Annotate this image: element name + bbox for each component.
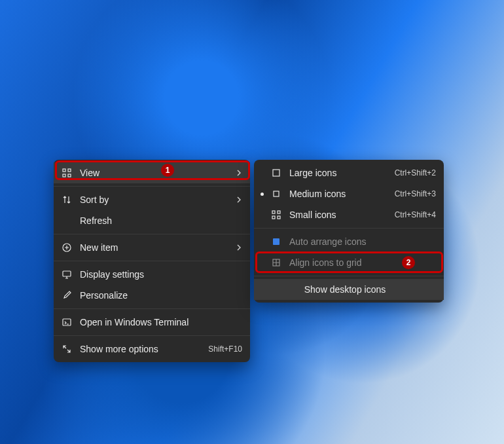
menu-item-label: Small icons — [289, 210, 389, 219]
svg-rect-11 — [272, 216, 275, 219]
chevron-right-icon — [236, 243, 242, 252]
brush-icon — [62, 290, 72, 301]
grid-icon — [62, 168, 72, 178]
menu-item-label: Auto arrange icons — [289, 237, 436, 246]
large-icons-icon — [271, 168, 281, 178]
menu-separator — [54, 234, 250, 234]
menu-item-refresh[interactable]: Refresh — [54, 210, 250, 231]
menu-item-label: Medium icons — [289, 189, 389, 198]
menu-item-label: Open in Windows Terminal — [80, 318, 242, 327]
menu-item-label: Show more options — [80, 344, 203, 354]
menu-item-show-more-options[interactable]: Show more options Shift+F10 — [54, 339, 250, 360]
small-icons-icon — [271, 210, 281, 220]
menu-item-show-desktop-icons[interactable]: Show desktop icons — [254, 279, 444, 300]
svg-rect-7 — [273, 170, 279, 176]
menu-item-display-settings[interactable]: Display settings — [54, 264, 250, 285]
menu-item-auto-arrange[interactable]: Auto arrange icons — [254, 231, 444, 252]
menu-separator — [54, 186, 250, 187]
svg-rect-1 — [68, 169, 71, 172]
menu-item-label: Display settings — [80, 270, 242, 279]
medium-icons-icon — [271, 189, 281, 199]
menu-item-label: New item — [80, 243, 232, 252]
menu-separator — [254, 276, 444, 276]
chevron-right-icon — [236, 195, 242, 204]
svg-rect-8 — [274, 191, 279, 196]
menu-item-open-terminal[interactable]: Open in Windows Terminal — [54, 312, 250, 333]
menu-item-shortcut: Ctrl+Shift+4 — [395, 211, 436, 219]
sort-icon — [62, 194, 72, 205]
menu-item-shortcut: Ctrl+Shift+2 — [395, 169, 436, 177]
align-grid-icon — [271, 257, 281, 268]
menu-item-sort-by[interactable]: Sort by — [54, 189, 250, 210]
chevron-right-icon — [236, 168, 242, 177]
menu-item-view[interactable]: View — [54, 162, 250, 183]
terminal-icon — [62, 317, 72, 327]
menu-item-label: Large icons — [289, 168, 389, 177]
svg-rect-0 — [63, 169, 65, 172]
menu-separator — [54, 261, 250, 261]
menu-separator — [54, 335, 250, 336]
svg-rect-10 — [278, 211, 280, 213]
menu-item-large-icons[interactable]: Large icons Ctrl+Shift+2 — [254, 162, 444, 183]
menu-separator — [254, 228, 444, 229]
auto-arrange-icon — [271, 236, 281, 247]
menu-separator — [54, 308, 250, 309]
plus-circle-icon — [62, 242, 72, 253]
expand-icon — [62, 344, 72, 354]
menu-item-label: Refresh — [80, 216, 242, 225]
context-menu-view-submenu: Large icons Ctrl+Shift+2 Medium icons Ct… — [254, 160, 444, 303]
svg-rect-12 — [278, 216, 280, 219]
menu-item-label: Align icons to grid — [289, 258, 436, 267]
menu-item-label: Show desktop icons — [304, 285, 386, 294]
svg-rect-13 — [273, 238, 279, 245]
menu-item-label: Sort by — [80, 195, 232, 204]
menu-item-shortcut: Ctrl+Shift+3 — [395, 190, 436, 198]
menu-item-new-item[interactable]: New item — [54, 237, 250, 258]
svg-rect-2 — [63, 174, 65, 177]
menu-item-align-to-grid[interactable]: Align icons to grid — [254, 252, 444, 273]
menu-item-personalize[interactable]: Personalize — [54, 285, 250, 306]
svg-rect-9 — [272, 211, 275, 213]
display-icon — [62, 269, 72, 280]
radio-indicator — [258, 193, 266, 196]
blank-icon — [62, 215, 72, 226]
menu-item-medium-icons[interactable]: Medium icons Ctrl+Shift+3 — [254, 183, 444, 204]
menu-item-shortcut: Shift+F10 — [208, 345, 242, 353]
svg-rect-5 — [63, 271, 71, 276]
menu-item-label: Personalize — [80, 291, 242, 300]
menu-item-label: View — [80, 168, 232, 177]
context-menu-main: View Sort by Refresh New item Display — [54, 160, 250, 362]
menu-item-small-icons[interactable]: Small icons Ctrl+Shift+4 — [254, 204, 444, 225]
svg-rect-3 — [68, 174, 71, 177]
